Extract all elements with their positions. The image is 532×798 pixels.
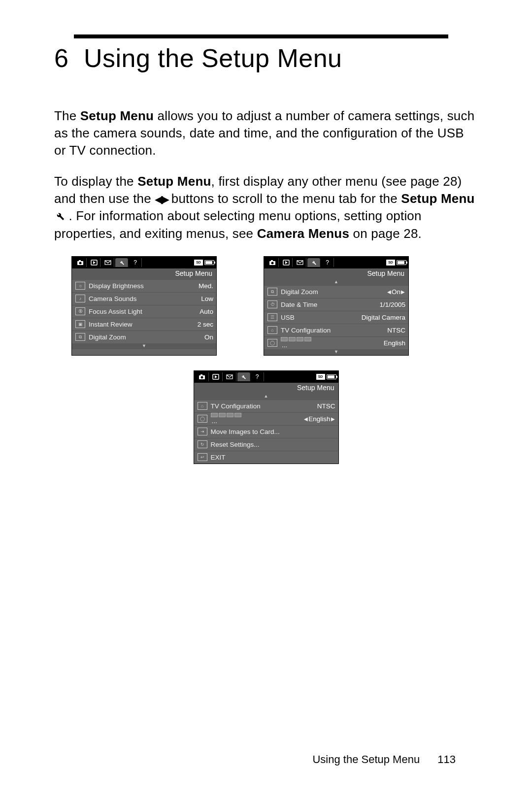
- help-tab-icon: ?: [321, 258, 334, 267]
- chapter-rule: [74, 34, 448, 38]
- camera-tab-icon: [74, 258, 87, 267]
- camera-tab-icon: [196, 372, 209, 381]
- menu-row: ⌂TV ConfigurationNTSC: [194, 399, 338, 412]
- battery-icon: [397, 260, 406, 265]
- row-value: Auto: [200, 308, 213, 315]
- row-label: Camera Sounds: [87, 295, 201, 302]
- lcd-tab-bar: ? SD: [264, 257, 408, 268]
- page-number: 113: [437, 753, 456, 765]
- language-flags-icon: [211, 413, 304, 417]
- menu-row: ↩EXIT: [194, 451, 338, 464]
- row-value: English: [384, 339, 405, 347]
- lcd-screen-3: ? SD Setup Menu ▲ ⌂TV ConfigurationNTSC◯…: [194, 370, 339, 464]
- row-value: English: [308, 415, 330, 423]
- row-label: Instant Review: [87, 321, 198, 328]
- scroll-up-icon: ▲: [264, 279, 408, 285]
- right-arrow-icon: ▶: [400, 289, 405, 295]
- mail-tab-icon: [294, 258, 306, 267]
- chapter-number: 6: [54, 43, 76, 73]
- left-right-arrows-icon: ◀▶: [155, 192, 167, 207]
- play-tab-icon: [210, 372, 223, 381]
- svg-marker-10: [285, 261, 288, 264]
- row-icon: ⦿: [74, 307, 87, 315]
- left-arrow-icon: ◀: [303, 416, 308, 422]
- lcd-screens-row-2: ? SD Setup Menu ▲ ⌂TV ConfigurationNTSC◯…: [54, 370, 478, 464]
- language-flags-icon: [281, 337, 384, 341]
- menu-row: ⏱Date & Time1/1/2005: [264, 298, 408, 311]
- menu-row: ⧉Digital Zoom◀On▶: [264, 285, 408, 298]
- mail-tab-icon: [101, 258, 114, 267]
- row-value: NTSC: [317, 402, 335, 410]
- row-label: TV Configuration: [209, 402, 317, 410]
- menu-row: ◯...English: [264, 336, 408, 349]
- setup-tab-icon: [307, 258, 320, 267]
- row-label: Focus Assist Light: [87, 308, 200, 315]
- row-label: Digital Zoom: [279, 288, 387, 296]
- row-value: On: [204, 333, 213, 341]
- row-icon: ⇥: [196, 428, 209, 435]
- menu-row: ⇥Move Images to Card...: [194, 425, 338, 438]
- svg-rect-7: [271, 260, 273, 262]
- row-value: 2 sec: [198, 321, 213, 328]
- row-label: ...: [279, 337, 384, 349]
- row-value: Low: [201, 295, 213, 302]
- lcd-screen-1: ? SD Setup Menu ☼Display BrightnessMed.♪…: [71, 256, 217, 356]
- svg-point-2: [79, 262, 81, 264]
- footer-section: Using the Setup Menu: [312, 753, 420, 765]
- setup-tab-icon: [115, 258, 128, 267]
- page-footer: Using the Setup Menu 113: [312, 753, 456, 766]
- row-value: Digital Camera: [362, 314, 405, 321]
- row-icon: ◯: [196, 415, 209, 423]
- menu-row: ☼Display BrightnessMed.: [72, 279, 216, 292]
- play-tab-icon: [88, 258, 100, 267]
- row-value: On: [392, 288, 400, 296]
- row-label: Digital Zoom: [87, 333, 204, 341]
- scroll-down-icon: ▼: [264, 349, 408, 355]
- svg-point-14: [201, 376, 203, 378]
- battery-icon: [204, 260, 214, 265]
- mail-tab-icon: [224, 372, 236, 381]
- row-icon: ⧉: [74, 333, 87, 341]
- row-icon: ↻: [196, 440, 209, 448]
- setup-tab-icon: [237, 372, 250, 381]
- lcd-title: Setup Menu: [194, 383, 338, 394]
- lcd-title: Setup Menu: [72, 268, 216, 279]
- right-arrow-icon: ▶: [331, 416, 335, 422]
- svg-marker-16: [215, 375, 217, 378]
- help-tab-icon: ?: [129, 258, 142, 267]
- camera-tab-icon: [266, 258, 279, 267]
- menu-row: ⦿Focus Assist LightAuto: [72, 305, 216, 318]
- row-label: Move Images to Card...: [209, 428, 335, 435]
- lcd-tab-bar: ? SD: [72, 257, 216, 268]
- row-icon: ◯: [266, 339, 279, 347]
- row-label: USB: [279, 314, 362, 321]
- row-value: NTSC: [387, 327, 405, 334]
- row-label: TV Configuration: [279, 327, 387, 334]
- chapter-title: Using the Setup Menu: [84, 44, 342, 72]
- svg-point-8: [271, 262, 273, 264]
- row-icon: ▣: [74, 320, 87, 328]
- svg-marker-4: [93, 261, 96, 264]
- menu-row: ◯...◀English▶: [194, 412, 338, 425]
- wrench-icon: [54, 208, 68, 223]
- row-label: Display Brightness: [87, 282, 199, 290]
- menu-row: ↻Reset Settings...: [194, 438, 338, 451]
- help-tab-icon: ?: [251, 372, 264, 381]
- menu-row: ⌂TV ConfigurationNTSC: [264, 324, 408, 336]
- lcd-screens-row-1: ? SD Setup Menu ☼Display BrightnessMed.♪…: [71, 256, 478, 356]
- row-icon: ☰: [266, 313, 279, 321]
- lcd-screen-2: ? SD Setup Menu ▲ ⧉Digital Zoom◀On▶⏱Date…: [264, 256, 409, 356]
- row-value: Med.: [199, 282, 213, 290]
- intro-paragraph-1: The Setup Menu allows you to adjust a nu…: [54, 107, 478, 159]
- lcd-title: Setup Menu: [264, 268, 408, 279]
- menu-row: ♪Camera SoundsLow: [72, 292, 216, 305]
- row-label: Date & Time: [279, 301, 379, 308]
- row-icon: ⏱: [266, 300, 279, 308]
- row-icon: ⌂: [196, 402, 209, 410]
- menu-row: ▣Instant Review2 sec: [72, 318, 216, 331]
- row-label: ...: [209, 413, 304, 425]
- row-label: Reset Settings...: [209, 441, 335, 448]
- scroll-down-icon: ▼: [72, 343, 216, 349]
- intro-paragraph-2: To display the Setup Menu, first display…: [54, 173, 478, 242]
- row-value: 1/1/2005: [379, 301, 405, 308]
